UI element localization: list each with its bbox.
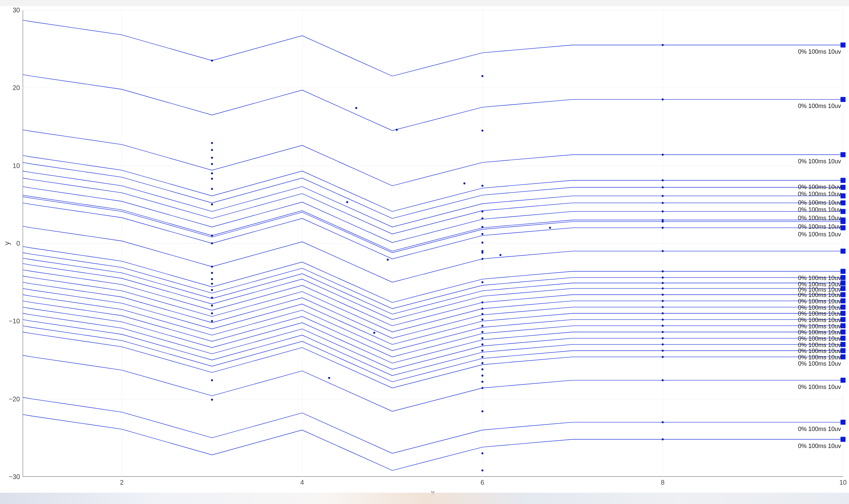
series-marker [211, 60, 213, 62]
series-marker [661, 287, 664, 289]
series-svg [23, 10, 843, 477]
series-marker [211, 399, 213, 401]
series-end-marker [841, 185, 845, 190]
series-marker [481, 452, 483, 454]
series-marker [661, 343, 664, 345]
series-end-label: 0% 100ms 10uv [798, 158, 841, 165]
series-marker [661, 44, 664, 46]
series-end-marker [841, 281, 845, 285]
series-line [23, 226, 843, 282]
series-marker [661, 421, 664, 423]
series-end-marker [841, 299, 845, 303]
series-marker [481, 185, 483, 187]
series-end-marker [841, 305, 845, 309]
series-marker [661, 250, 664, 252]
series-end-marker [841, 178, 845, 183]
series-end-label: 0% 100ms 10uv [798, 191, 841, 198]
series-marker [481, 375, 483, 377]
series-end-marker [841, 330, 845, 334]
series-line [23, 178, 843, 234]
series-end-marker [841, 201, 845, 205]
series-marker [661, 98, 664, 100]
series-end-marker [841, 348, 845, 353]
series-end-marker [841, 437, 845, 442]
series-marker [211, 172, 213, 174]
series-line [23, 414, 843, 470]
series-marker [661, 202, 664, 204]
series-marker [661, 350, 664, 352]
series-end-marker [841, 378, 845, 383]
series-end-marker [841, 355, 845, 359]
series-marker [211, 320, 213, 322]
x-tick-label: 6 [480, 479, 484, 486]
series-end-marker [841, 342, 845, 347]
series-marker [661, 325, 664, 327]
series-marker [481, 130, 483, 132]
series-end-label: 0% 100ms 10uv [798, 199, 841, 206]
series-end-label: 0% 100ms 10uv [798, 206, 841, 213]
series-marker [211, 297, 213, 299]
series-marker [387, 259, 389, 261]
series-marker [211, 379, 213, 381]
line-chart[interactable]: x y −30−20−1001020302468100% 100ms 10uv0… [23, 10, 843, 477]
series-marker [499, 254, 501, 256]
series-marker [211, 203, 213, 205]
series-marker [346, 201, 348, 203]
series-marker [481, 75, 483, 77]
series-line [23, 253, 843, 309]
x-tick-label: 4 [300, 479, 304, 486]
y-axis-label: y [3, 242, 11, 245]
series-marker [549, 227, 551, 229]
y-tick-label: −30 [9, 473, 20, 481]
x-tick-label: 2 [120, 479, 124, 486]
series-line [23, 20, 843, 76]
y-tick-label: −10 [9, 317, 20, 325]
series-end-label: 0% 100ms 10uv [798, 184, 841, 191]
series-line [23, 195, 843, 251]
series-marker [481, 252, 483, 254]
series-marker [211, 312, 213, 314]
series-end-marker [841, 275, 845, 280]
series-marker [481, 281, 483, 283]
series-marker [481, 410, 483, 412]
x-tick-label: 8 [661, 479, 665, 486]
series-marker [481, 242, 483, 244]
grid-vertical [843, 10, 843, 477]
series-end-marker [841, 225, 845, 230]
series-end-marker [841, 292, 845, 297]
series-end-marker [841, 194, 845, 198]
series-marker [661, 306, 664, 308]
series-end-marker [841, 420, 845, 425]
series-marker [661, 277, 664, 279]
series-marker [481, 343, 483, 345]
series-line [23, 397, 843, 453]
series-marker [373, 332, 375, 334]
series-marker [481, 325, 483, 327]
series-marker [211, 272, 213, 274]
series-end-marker [841, 97, 845, 102]
series-end-label: 0% 100ms 10uv [798, 48, 841, 55]
series-end-label: 0% 100ms 10uv [798, 215, 841, 222]
series-marker [211, 305, 213, 307]
series-marker [481, 350, 483, 352]
series-marker [211, 163, 213, 165]
series-marker [211, 242, 213, 244]
series-end-marker [841, 336, 845, 341]
series-end-label: 0% 100ms 10uv [798, 360, 841, 367]
series-end-marker [841, 43, 845, 47]
y-tick-label: 30 [13, 6, 20, 14]
series-line [23, 258, 843, 314]
series-end-label: 0% 100ms 10uv [798, 426, 841, 433]
series-end-marker [841, 286, 845, 291]
series-marker [355, 107, 357, 109]
series-line [23, 75, 843, 131]
bottom-gradient-strip [0, 493, 849, 504]
series-marker [211, 278, 213, 280]
series-marker [661, 195, 664, 197]
series-marker [481, 368, 483, 370]
series-marker [661, 221, 664, 223]
series-end-marker [841, 152, 845, 157]
series-marker [463, 182, 465, 184]
series-marker [481, 233, 483, 235]
series-marker [661, 300, 664, 302]
